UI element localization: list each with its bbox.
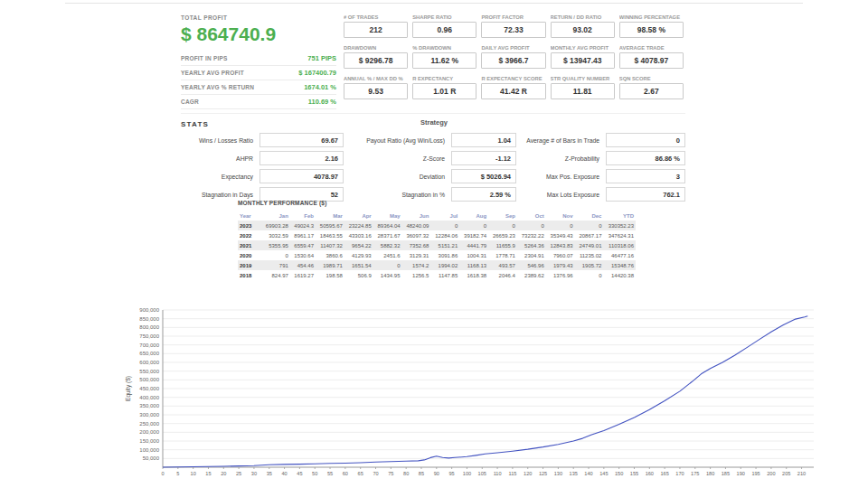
monthly-value-cell: 1168.13 xyxy=(459,260,488,270)
monthly-value-cell: 546.96 xyxy=(517,260,546,270)
metric-value: 11.81 xyxy=(551,83,615,99)
monthly-value-cell: 0 xyxy=(517,221,546,230)
monthly-value-cell: 1905.72 xyxy=(575,260,604,270)
monthly-value-cell: 1256.5 xyxy=(402,270,431,280)
svg-text:155: 155 xyxy=(630,471,638,476)
monthly-value-cell: 24749.01 xyxy=(575,240,604,250)
svg-text:160: 160 xyxy=(646,471,654,476)
svg-text:80: 80 xyxy=(403,471,409,476)
monthly-value-cell: 46477.16 xyxy=(603,250,636,260)
svg-text:95: 95 xyxy=(449,471,455,476)
monthly-value-cell: 0 xyxy=(373,260,402,270)
monthly-head: YearJanFebMarAprMayJunJulAugSepOctNovDec… xyxy=(238,211,636,221)
strategy-label: Expectancy xyxy=(181,174,258,180)
svg-text:130: 130 xyxy=(554,471,562,476)
monthly-value-cell: 43303.16 xyxy=(344,230,373,240)
summary-row-value: 1674.01 % xyxy=(304,83,336,91)
monthly-value-cell: 0 xyxy=(430,221,459,230)
monthly-value-cell: 23224.85 xyxy=(344,221,373,230)
monthly-value-cell: 1989.71 xyxy=(316,260,344,270)
strategy-value: 2.16 xyxy=(259,151,344,165)
metric-value: 1.01 R xyxy=(412,83,476,99)
monthly-value-cell: 506.9 xyxy=(344,270,373,280)
metric-label: STR QUALITY NUMBER xyxy=(551,76,615,81)
monthly-value-cell: 3032.59 xyxy=(261,230,290,240)
metric-label: R EXPECTANCY SCORE xyxy=(481,76,545,81)
strategy-label: Stagnation in % xyxy=(345,192,449,198)
metric-cell: STR QUALITY NUMBER 11.81 xyxy=(551,76,615,99)
monthly-value-cell: 110318.06 xyxy=(603,240,636,250)
svg-text:170: 170 xyxy=(675,471,684,476)
total-profit-label: TOTAL PROFIT xyxy=(181,14,336,21)
metric-cell: SHARPE RATIO 0.96 xyxy=(412,14,476,38)
monthly-year-cell: 2020 xyxy=(238,250,261,260)
metric-label: MONTHLY AVG PROFIT xyxy=(551,45,615,51)
monthly-header-cell: Mar xyxy=(316,211,344,221)
summary-row: YEARLY AVG PROFIT $ 167400.79 xyxy=(181,66,336,80)
monthly-header-cell: Apr xyxy=(344,211,373,221)
monthly-value-cell: 11655.9 xyxy=(488,240,517,250)
metric-cell: # OF TRADES 212 xyxy=(344,14,408,38)
strategy-section: Strategy Wins / Losses Ratio69.67Payout … xyxy=(181,118,687,205)
monthly-value-cell: 11235.02 xyxy=(575,250,604,260)
monthly-value-cell: 198.58 xyxy=(316,270,344,280)
monthly-value-cell: 1994.02 xyxy=(430,260,459,270)
monthly-value-cell: 9654.22 xyxy=(344,240,373,250)
svg-text:200: 200 xyxy=(767,471,775,476)
monthly-value-cell: 1530.64 xyxy=(290,250,316,260)
svg-text:350,000: 350,000 xyxy=(139,403,159,408)
metric-value: 98.58 % xyxy=(619,22,684,38)
summary-row: CAGR 110.69 % xyxy=(181,95,336,109)
monthly-value-cell: 15348.76 xyxy=(603,260,636,270)
monthly-header-cell: May xyxy=(373,211,402,221)
metric-cell: WINNING PERCENTAGE 98.58 % xyxy=(619,14,684,38)
monthly-value-cell: 5264.36 xyxy=(517,240,546,250)
svg-text:50: 50 xyxy=(312,471,317,476)
metric-value: 9.53 xyxy=(344,83,408,99)
monthly-value-cell: 1004.31 xyxy=(459,250,488,260)
metric-label: ANNUAL % / MAX DD % xyxy=(344,76,408,81)
monthly-value-cell: 12284.06 xyxy=(430,230,459,240)
monthly-value-cell: 1574.2 xyxy=(402,260,431,270)
svg-text:0: 0 xyxy=(161,471,164,476)
strategy-row: Expectancy4078.97Deviation$ 5026.94Max P… xyxy=(181,169,687,183)
metric-value: $ 9296.78 xyxy=(344,52,408,69)
monthly-value-cell: 2046.4 xyxy=(488,270,517,280)
summary-row-value: 751 PIPS xyxy=(307,54,336,62)
svg-text:185: 185 xyxy=(722,471,730,476)
metric-cell: PROFIT FACTOR 72.33 xyxy=(481,14,545,38)
svg-text:400,000: 400,000 xyxy=(139,395,159,400)
svg-text:40: 40 xyxy=(281,471,287,476)
svg-text:190: 190 xyxy=(737,471,745,476)
svg-text:500,000: 500,000 xyxy=(139,377,159,382)
metric-label: WINNING PERCENTAGE xyxy=(619,14,684,20)
metric-cell: RETURN / DD RATIO 93.02 xyxy=(551,14,615,38)
svg-text:700,000: 700,000 xyxy=(139,343,159,348)
metric-value: 11.62 % xyxy=(412,52,476,69)
monthly-row: 20215355.956559.4711407.329654.225882.32… xyxy=(238,240,636,250)
svg-text:300,000: 300,000 xyxy=(139,412,159,418)
svg-text:5: 5 xyxy=(176,471,179,476)
monthly-value-cell: 1778.71 xyxy=(488,250,517,260)
monthly-row: 202001530.643860.64129.932451.63129.3130… xyxy=(238,250,636,260)
monthly-value-cell: 824.97 xyxy=(261,270,290,280)
total-profit-value: $ 864740.9 xyxy=(181,23,336,45)
svg-text:450,000: 450,000 xyxy=(139,386,159,391)
monthly-value-cell: 5355.95 xyxy=(261,240,290,250)
monthly-header-cell: Jan xyxy=(261,211,290,221)
strategy-rows: Wins / Losses Ratio69.67Payout Ratio (Av… xyxy=(181,133,687,202)
monthly-value-cell: 0 xyxy=(488,221,517,230)
strategy-row: Wins / Losses Ratio69.67Payout Ratio (Av… xyxy=(181,133,687,147)
monthly-body: 202369903.2849024.350595.6723224.8589364… xyxy=(238,221,636,280)
monthly-value-cell: 69903.28 xyxy=(261,221,290,230)
svg-text:10: 10 xyxy=(191,471,196,476)
svg-text:100: 100 xyxy=(463,471,471,476)
monthly-value-cell: 3129.31 xyxy=(402,250,431,260)
monthly-value-cell: 1434.95 xyxy=(373,270,402,280)
svg-text:65: 65 xyxy=(358,471,363,476)
monthly-value-cell: 2304.91 xyxy=(517,250,546,260)
monthly-year-cell: 2023 xyxy=(238,221,261,230)
svg-text:145: 145 xyxy=(599,471,608,476)
strategy-label: Stagnation in Days xyxy=(181,192,258,198)
strategy-value: 0 xyxy=(606,133,685,147)
